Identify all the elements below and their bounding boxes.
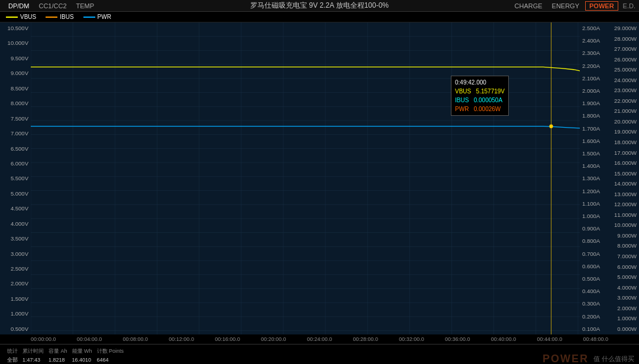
y-right-a-label: 1.400A [582, 162, 608, 169]
chart-tooltip: 0:49:42.000 VBUS 5.157719V IBUS 0.000050… [451, 76, 509, 116]
power-watermark: POWER [543, 353, 589, 364]
x-axis-label: 00:00:00.0 [31, 336, 56, 342]
svg-rect-0 [31, 22, 580, 334]
header-buttons: CHARGE ENERGY POWER E.D. [511, 1, 636, 11]
tab-cc1-cc2[interactable]: CC1/CC2 [34, 1, 71, 11]
y-right-w-label: 26.000W [608, 56, 637, 63]
legend-pwr-label: PWR [98, 14, 111, 20]
y-right-w-label: 11.000W [608, 212, 637, 218]
tooltip-vbus-label: VBUS [455, 88, 471, 95]
stats-row-all: 全部 1:47:43 1.8218 16.4010 6464 [5, 356, 126, 365]
tooltip-vbus: VBUS 5.157719V [455, 87, 505, 96]
y-right-w-label: 18.000W [608, 139, 637, 145]
y-left-label: 10.500V [0, 25, 28, 31]
top-bar: DP/DM CC1/CC2 TEMP 罗马仕磁吸充电宝 9V 2.2A 放电全程… [0, 0, 639, 12]
y-right-w-label: 17.000W [608, 150, 637, 156]
tooltip-ibus: IBUS 0.000050A [455, 96, 505, 105]
x-axis-label: 00:12:00.0 [169, 336, 194, 342]
y-right-w-label: 28.000W [608, 35, 637, 42]
y-right-a-label: 2.000A [582, 87, 608, 94]
tab-dp-dm[interactable]: DP/DM [4, 1, 34, 11]
legend-bar: VBUS IBUS PWR [0, 12, 639, 22]
y-left-label: 4.000V [0, 220, 28, 227]
y-right-w-label: 25.000W [608, 66, 637, 73]
cursor-dot-ibus [549, 124, 553, 128]
y-left-label: 9.000V [0, 70, 28, 76]
y-right-w-label: 8.000W [608, 242, 637, 249]
y-right-w-label: 19.000W [608, 128, 637, 135]
y-right-w-label: 23.000W [608, 87, 637, 93]
stats-header-wh: 能量 Wh [70, 347, 95, 356]
tab-temp[interactable]: TEMP [72, 1, 99, 11]
y-left-label: 3.000V [0, 251, 28, 257]
ibus-color [46, 17, 57, 18]
y-right-a-label: 1.000A [582, 213, 608, 219]
x-axis-label: 00:28:00.0 [353, 336, 378, 342]
stats-header-ah: 容量 Ah [46, 347, 70, 356]
y-left-label: 5.000V [0, 190, 28, 197]
y-right-a-label: 0.700A [582, 251, 608, 257]
y-right-w-label: 13.000W [608, 191, 637, 197]
x-axis: 00:00:00.000:04:00.000:08:00.000:12:00.0… [0, 334, 639, 344]
tooltip-pwr-value: 0.00026W [474, 106, 501, 112]
stats-count-all: 6464 [95, 356, 127, 365]
y-right-w-label: 27.000W [608, 46, 637, 52]
y-right-a-label: 1.900A [582, 100, 608, 106]
y-left-label: 7.000V [0, 130, 28, 136]
y-right-w-label: 1.000W [608, 315, 637, 321]
y-left-label: 1.000V [0, 310, 28, 317]
y-left-label: 10.000V [0, 40, 28, 46]
vbus-color [6, 17, 18, 18]
tooltip-ibus-value: 0.000050A [474, 97, 502, 103]
y-right-a-label: 0.600A [582, 263, 608, 269]
chart-svg [31, 22, 580, 334]
y-right-a-label: 2.100A [582, 75, 608, 82]
bottom-bar: 统计 累计时间 容量 Ah 能量 Wh 计数 Points 全部 1:47:43… [0, 344, 639, 364]
y-right-a-label: 0.300A [582, 300, 608, 307]
y-right-a-label: 2.300A [582, 50, 608, 56]
site-watermark: 值 什么值得买 [593, 355, 634, 363]
y-right-w-label: 10.000W [608, 222, 637, 228]
y-axis-right-amperes: 2.500A2.400A2.300A2.200A2.100A2.000A1.90… [580, 22, 608, 334]
y-left-label: 8.000V [0, 100, 28, 106]
y-right-w-label: 4.000W [608, 284, 637, 291]
y-right-w-label: 12.000W [608, 201, 637, 207]
x-axis-label: 00:20:00.0 [261, 336, 286, 342]
y-right-a-label: 0.100A [582, 326, 608, 332]
y-right-w-label: 21.000W [608, 108, 637, 114]
stats-time-all: 1:47:43 [20, 356, 46, 365]
chart-container: 10.500V10.000V9.500V9.000V8.500V8.000V7.… [0, 22, 639, 334]
y-right-a-label: 0.200A [582, 313, 608, 320]
tooltip-pwr: PWR 0.00026W [455, 105, 505, 113]
energy-button[interactable]: ENERGY [548, 2, 583, 10]
x-axis-label: 00:16:00.0 [215, 336, 240, 342]
y-right-w-label: 15.000W [608, 170, 637, 177]
charge-button[interactable]: CHARGE [511, 2, 546, 10]
x-axis-label: 00:36:00.0 [445, 336, 470, 342]
y-right-w-label: 16.000W [608, 160, 637, 166]
y-right-w-label: 5.000W [608, 274, 637, 280]
y-right-w-label: 3.000W [608, 294, 637, 301]
y-left-label: 8.500V [0, 85, 28, 92]
pwr-color [83, 17, 95, 18]
legend-ibus: IBUS [46, 14, 73, 20]
y-right-a-label: 1.300A [582, 175, 608, 181]
chart-title: 罗马仕磁吸充电宝 9V 2.2A 放电全程100-0% [250, 1, 389, 11]
y-left-label: 2.500V [0, 265, 28, 272]
y-left-label: 3.500V [0, 235, 28, 242]
y-right-w-label: 20.000W [608, 118, 637, 125]
y-right-a-label: 1.200A [582, 188, 608, 194]
y-right-a-label: 1.500A [582, 150, 608, 157]
power-button[interactable]: POWER [585, 1, 618, 11]
y-axis-left: 10.500V10.000V9.500V9.000V8.500V8.000V7.… [0, 22, 31, 334]
y-left-label: 2.000V [0, 280, 28, 287]
x-axis-label: 00:32:00.0 [399, 336, 424, 342]
y-left-label: 1.500V [0, 295, 28, 302]
legend-pwr: PWR [83, 14, 111, 20]
y-right-w-label: 0.000W [608, 326, 637, 332]
stats-label-all: 全部 [5, 356, 20, 365]
y-right-w-label: 7.000W [608, 253, 637, 259]
y-right-w-label: 14.000W [608, 180, 637, 187]
y-right-w-label: 22.000W [608, 98, 637, 104]
y-left-label: 7.500V [0, 115, 28, 122]
